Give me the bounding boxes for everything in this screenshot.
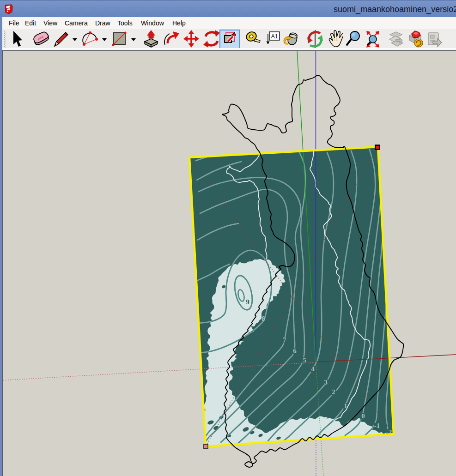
svg-text:-1: -1 (374, 422, 380, 429)
svg-text:6: 6 (293, 347, 297, 355)
svg-text:3: 3 (324, 379, 328, 386)
svg-text:0: 0 (361, 412, 365, 420)
svg-text:2: 2 (332, 388, 335, 396)
svg-text:4: 4 (311, 365, 315, 373)
svg-text:9: 9 (246, 298, 249, 306)
svg-text:A1: A1 (271, 33, 278, 40)
svg-text:7: 7 (283, 336, 286, 343)
svg-text:8: 8 (261, 315, 265, 322)
